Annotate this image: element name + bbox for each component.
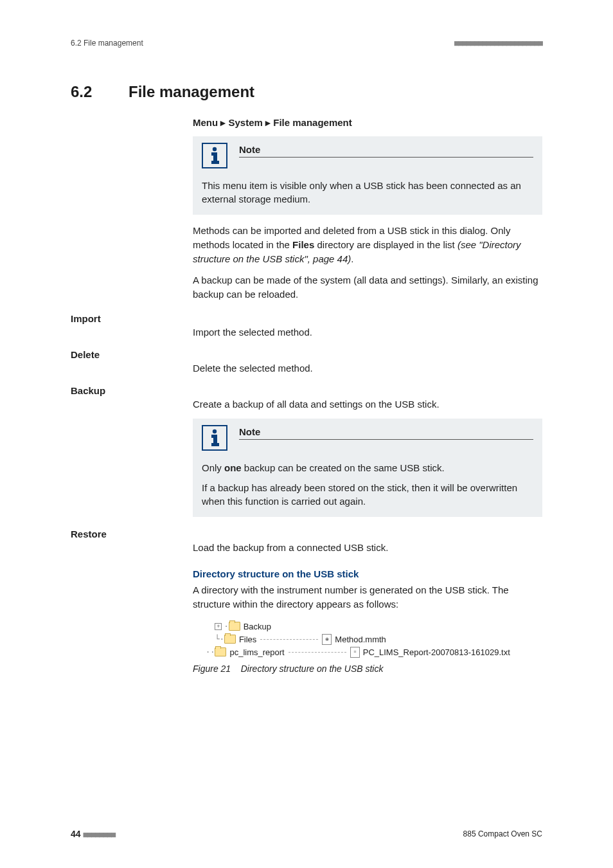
dash-connector [260, 639, 318, 640]
main-content: Menu ▸ System ▸ File management Note [193, 117, 542, 302]
product-name: 885 Compact Oven SC [463, 829, 542, 838]
running-header-right: ■■■■■■■■■■■■■■■■■■■■■■ [454, 39, 542, 48]
command-label: Import [71, 313, 542, 324]
svg-rect-2 [213, 152, 217, 162]
command-desc: Import the selected method. [193, 327, 542, 338]
breadcrumb-item: Menu [193, 117, 218, 128]
note-body: This menu item is visible only when a US… [202, 179, 533, 206]
command-desc: Create a backup of all data and settings… [193, 399, 542, 410]
file-icon: ◉ [322, 634, 332, 645]
section-heading: 6.2 File management [71, 83, 542, 101]
tree-file-label: Method.mmth [335, 635, 386, 644]
document-page: 6.2 File management ■■■■■■■■■■■■■■■■■■■■… [0, 0, 613, 868]
svg-rect-6 [213, 435, 217, 444]
tree-label: pc_lims_report [229, 647, 284, 657]
note-box: Note Only one backup can be created on t… [193, 419, 542, 517]
breadcrumb-item: File management [273, 117, 352, 128]
info-icon [202, 143, 227, 168]
figure-caption: Figure 21 Directory structure on the USB… [193, 664, 542, 674]
svg-point-0 [213, 147, 217, 151]
note-title: Note [239, 426, 533, 440]
section-title-text: File management [129, 83, 254, 101]
command-desc: Delete the selected method. [193, 363, 542, 374]
tree-node-files: └· Files ◉ Method.mmth [206, 633, 542, 646]
chevron-right-icon: ▸ [220, 117, 228, 128]
tree-file-label: PC_LIMS_Report-20070813-161029.txt [363, 647, 510, 657]
directory-tree: + · Backup └· Files ◉ Method.mmth ·· pc_… [206, 620, 542, 658]
folder-icon [224, 635, 236, 644]
tree-node-pclims: ·· pc_lims_report ≡ PC_LIMS_Report-20070… [206, 646, 542, 658]
sub-heading: Directory structure on the USB stick [193, 568, 542, 579]
tree-node-backup: + · Backup [206, 620, 542, 633]
note-body: If a backup has already been stored on t… [202, 481, 533, 508]
command-desc: Load the backup from a connected USB sti… [193, 542, 542, 553]
footer-dots: ■■■■■■■■ [83, 830, 115, 839]
body-paragraph: Methods can be imported and deleted from… [193, 224, 542, 266]
running-header-left: 6.2 File management [71, 39, 143, 48]
command-block-import: Import Import the selected method. [71, 313, 542, 338]
note-title: Note [239, 144, 533, 158]
info-icon [202, 425, 227, 451]
svg-point-4 [213, 429, 217, 433]
section-number: 6.2 [71, 83, 129, 101]
folder-icon [215, 647, 226, 656]
chevron-right-icon: ▸ [265, 117, 273, 128]
command-label: Delete [71, 349, 542, 360]
folder-icon [229, 622, 240, 631]
breadcrumb: Menu ▸ System ▸ File management [193, 117, 542, 129]
tree-label: Backup [244, 622, 271, 631]
command-block-delete: Delete Delete the selected method. [71, 349, 542, 374]
dash-connector [289, 652, 346, 653]
svg-rect-3 [211, 161, 219, 164]
command-label: Restore [71, 529, 542, 539]
body-paragraph: A directory with the instrument number i… [193, 583, 542, 611]
breadcrumb-item: System [229, 117, 263, 128]
note-body: Only one backup can be created on the sa… [202, 461, 533, 475]
tree-label: Files [239, 635, 256, 644]
running-header: 6.2 File management ■■■■■■■■■■■■■■■■■■■■… [71, 39, 542, 48]
body-paragraph: A backup can be made of the system (all … [193, 273, 542, 302]
note-box: Note This menu item is visible only when… [193, 136, 542, 215]
svg-rect-7 [211, 443, 219, 446]
command-block-backup: Backup Create a backup of all data and s… [71, 385, 542, 517]
expand-icon: + [215, 623, 222, 630]
file-icon: ≡ [350, 647, 360, 658]
page-number: 44 [71, 829, 81, 839]
command-block-restore: Restore Load the backup from a connected… [71, 529, 542, 553]
page-footer: 44 ■■■■■■■■ 885 Compact Oven SC [71, 829, 542, 839]
command-label: Backup [71, 385, 542, 396]
